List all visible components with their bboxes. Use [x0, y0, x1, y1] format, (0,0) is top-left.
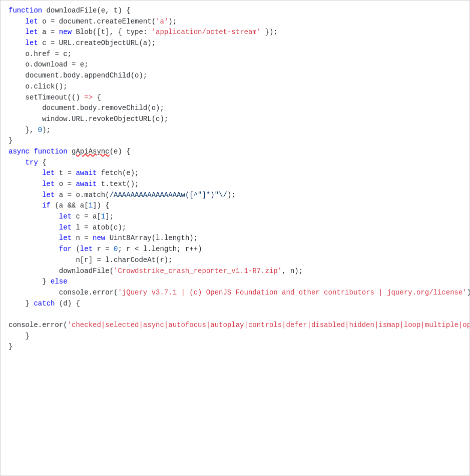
code-container: function downloadFile(e, t) { let o = do… [0, 0, 470, 476]
code-block: function downloadFile(e, t) { let o = do… [1, 6, 469, 352]
